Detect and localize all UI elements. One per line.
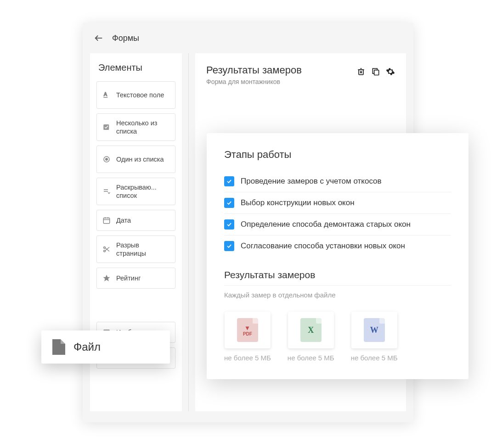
section-title-results: Результаты замеров xyxy=(224,269,451,286)
vertical-divider xyxy=(188,53,189,411)
copy-icon[interactable] xyxy=(371,67,380,76)
checklist-item[interactable]: Выбор конструкции новых окон xyxy=(224,192,451,214)
form-actions xyxy=(356,64,395,76)
svg-line-14 xyxy=(105,248,109,252)
checkbox-checked-icon[interactable] xyxy=(224,219,234,230)
svg-rect-3 xyxy=(103,124,109,130)
back-arrow-icon[interactable] xyxy=(94,33,104,43)
element-date[interactable]: Дата xyxy=(96,210,175,231)
section-hint: Каждый замер в отдельном файле xyxy=(224,291,451,299)
radio-icon xyxy=(102,154,112,164)
svg-rect-8 xyxy=(103,218,110,224)
svg-point-5 xyxy=(106,158,108,161)
checkbox-checked-icon[interactable] xyxy=(224,198,234,208)
element-checkbox-list[interactable]: Несколько из списка xyxy=(96,113,175,141)
checklist-label: Выбор конструкции новых окон xyxy=(241,198,355,207)
form-preview-card: Этапы работы Проведение замеров с учетом… xyxy=(207,133,468,379)
dropdown-icon xyxy=(102,186,112,196)
checkbox-checked-icon[interactable] xyxy=(224,176,234,186)
header: Формы xyxy=(83,23,413,53)
file-upload-row: PDF не более 5 МБ X не более 5 МБ W не б… xyxy=(224,312,451,362)
sidebar-title: Элементы xyxy=(96,62,175,73)
checkbox-checked-icon[interactable] xyxy=(224,241,234,251)
checklist-label: Согласование способа установки новых око… xyxy=(241,241,405,251)
svg-marker-16 xyxy=(103,275,110,281)
form-header: Результаты замеров Форма для монтажников xyxy=(206,64,395,85)
element-text-field[interactable]: A Текстовое поле xyxy=(96,81,175,109)
file-tile[interactable]: W xyxy=(351,312,397,348)
scissors-icon xyxy=(102,244,112,254)
element-label: Несколько из списка xyxy=(116,119,170,135)
svg-rect-25 xyxy=(374,70,379,75)
checklist-item[interactable]: Согласование способа установки новых око… xyxy=(224,235,451,257)
element-label: Раскрываю... список xyxy=(116,183,170,200)
element-label: Один из списка xyxy=(116,155,164,163)
file-size-caption: не более 5 МБ xyxy=(224,354,271,362)
element-rating[interactable]: Рейтинг xyxy=(96,268,175,289)
element-label: Разрыв страницы xyxy=(116,241,170,258)
pdf-icon: PDF xyxy=(237,318,258,342)
file-upload-doc[interactable]: W не более 5 МБ xyxy=(351,312,398,362)
file-tile[interactable]: X xyxy=(288,312,334,348)
file-upload-xls[interactable]: X не более 5 МБ xyxy=(288,312,334,362)
checklist-label: Определение способа демонтажа старых око… xyxy=(241,220,411,229)
delete-icon[interactable] xyxy=(356,67,366,76)
doc-icon: W xyxy=(364,318,385,342)
dragged-element-file[interactable]: Файл xyxy=(41,330,170,364)
settings-icon[interactable] xyxy=(386,67,395,76)
element-dropdown[interactable]: Раскрываю... список xyxy=(96,178,175,205)
header-title: Формы xyxy=(112,34,139,43)
star-icon xyxy=(102,273,112,283)
checklist-label: Проведение замеров с учетом откосов xyxy=(241,177,382,186)
xls-icon: X xyxy=(300,318,322,342)
file-upload-pdf[interactable]: PDF не более 5 МБ xyxy=(224,312,271,362)
element-label: Рейтинг xyxy=(116,274,141,282)
dragged-element-label: Файл xyxy=(73,341,101,353)
checkbox-icon xyxy=(102,122,112,132)
section-title-stages: Этапы работы xyxy=(224,149,451,161)
file-tile[interactable]: PDF xyxy=(225,312,271,348)
svg-text:A: A xyxy=(104,91,107,97)
calendar-icon xyxy=(102,215,112,225)
file-size-caption: не более 5 МБ xyxy=(288,354,334,362)
element-page-break[interactable]: Разрыв страницы xyxy=(96,235,175,263)
checklist-item[interactable]: Проведение замеров с учетом откосов xyxy=(224,171,451,192)
text-field-icon: A xyxy=(102,90,112,100)
form-subtitle: Форма для монтажников xyxy=(206,78,302,85)
file-icon xyxy=(52,339,65,355)
form-title: Результаты замеров xyxy=(206,64,302,76)
checklist-item[interactable]: Определение способа демонтажа старых око… xyxy=(224,214,451,235)
svg-line-15 xyxy=(105,247,109,251)
element-label: Текстовое поле xyxy=(116,91,164,99)
element-radio-list[interactable]: Один из списка xyxy=(96,146,175,173)
file-size-caption: не более 5 МБ xyxy=(351,354,398,362)
element-label: Дата xyxy=(116,216,131,224)
